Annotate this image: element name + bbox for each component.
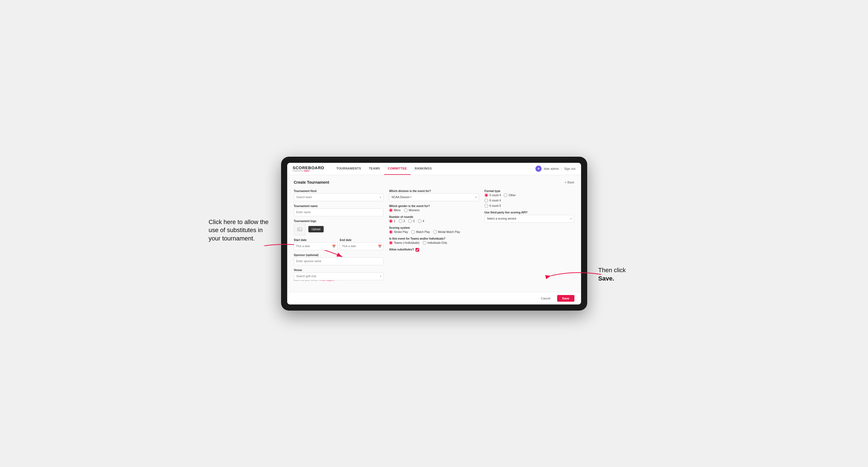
logo-upload-area: Upload	[294, 223, 384, 235]
scoring-system-field: Scoring system Stroke Play Match Play	[389, 226, 479, 234]
gender-field: Which gender is the event for? Mens Wome…	[389, 205, 479, 212]
tournament-host-input[interactable]	[294, 193, 384, 201]
gender-womens[interactable]: Womens	[404, 209, 420, 212]
tournament-logo-label: Tournament logo	[294, 220, 384, 223]
form-col-2: Which division is the event for? NCAA Di…	[389, 189, 479, 281]
nav-rankings[interactable]: RANKINGS	[411, 163, 436, 175]
nav-tournaments[interactable]: TOURNAMENTS	[333, 163, 365, 175]
start-date-icon: 📅	[332, 244, 336, 248]
venue-field: Venue Can't find your venue? email suppo…	[294, 269, 384, 281]
start-date-input[interactable]	[294, 242, 338, 250]
form-body: Tournament Host Tournament name	[294, 189, 575, 281]
format-other[interactable]: Other	[504, 193, 516, 197]
tablet-screen: SCOREBOARD Powered by clippd TOURNAMENTS…	[287, 163, 581, 305]
scoring-system-radio-group: Stroke Play Match Play Medal Match Play	[389, 230, 479, 234]
format-6count5[interactable]: 6 count 5	[485, 204, 501, 208]
format-options: 5 count 4 Other	[485, 193, 575, 208]
event-for-label: Is this event for Teams and/or Individua…	[389, 237, 479, 240]
end-date-input[interactable]	[340, 242, 383, 250]
navbar: SCOREBOARD Powered by clippd TOURNAMENTS…	[287, 163, 581, 175]
format-row-3: 6 count 5	[485, 204, 575, 208]
rounds-1[interactable]: 1	[389, 219, 396, 223]
page-header: Create Tournament < Back	[294, 180, 575, 185]
event-for-radio-group: Teams (+Individuals) Individuals Only	[389, 241, 479, 245]
event-for-field: Is this event for Teams and/or Individua…	[389, 237, 479, 245]
format-row-2: 6 count 4	[485, 199, 575, 202]
user-avatar: B	[535, 165, 541, 172]
bottom-bar: Cancel Save	[287, 292, 581, 305]
rounds-2[interactable]: 2	[399, 219, 405, 223]
tournament-name-field: Tournament name	[294, 205, 384, 216]
tournament-name-label: Tournament name	[294, 205, 384, 208]
tournament-name-input[interactable]	[294, 209, 384, 216]
save-button[interactable]: Save	[557, 295, 575, 302]
gender-label: Which gender is the event for?	[389, 205, 479, 208]
allow-substitutes-row: Allow substitutes?	[389, 248, 479, 252]
logo-area: SCOREBOARD Powered by clippd	[293, 165, 324, 172]
tournament-host-field: Tournament Host	[294, 189, 384, 201]
tournament-logo-field: Tournament logo Upload	[294, 220, 384, 235]
annotation-right: Then click Save.	[598, 266, 648, 282]
nav-teams[interactable]: TEAMS	[365, 163, 384, 175]
rounds-label: Number of rounds	[389, 215, 479, 218]
back-link[interactable]: < Back	[565, 181, 575, 184]
nav-right: B blair admin | Sign out	[535, 165, 575, 172]
rounds-3[interactable]: 3	[408, 219, 415, 223]
logo-powered: Powered by clippd	[293, 170, 324, 172]
scoring-medal-match[interactable]: Medal Match Play	[433, 230, 460, 234]
logo-placeholder	[294, 223, 306, 235]
scoring-match[interactable]: Match Play	[411, 230, 430, 234]
format-6count4[interactable]: 6 count 4	[485, 199, 501, 202]
format-row-1: 5 count 4 Other	[485, 193, 575, 197]
format-type-label: Format type	[485, 189, 575, 193]
form-col-1: Tournament Host Tournament name	[294, 189, 384, 281]
scoring-system-label: Scoring system	[389, 226, 479, 229]
venue-label: Venue	[294, 269, 384, 272]
venue-input[interactable]	[294, 273, 384, 280]
rounds-4[interactable]: 4	[418, 219, 425, 223]
division-label: Which division is the event for?	[389, 189, 479, 193]
division-field: Which division is the event for? NCAA Di…	[389, 189, 479, 201]
scoring-api-label: Use third-party live scoring API?	[485, 211, 575, 214]
event-individuals[interactable]: Individuals Only	[423, 241, 447, 245]
page-content: Create Tournament < Back Tournament Host	[287, 175, 581, 292]
format-type-field: Format type 5 count 4 Other	[485, 189, 575, 208]
format-5count4[interactable]: 5 count 4	[485, 193, 501, 197]
rounds-radio-group: 1 2 3	[389, 219, 479, 223]
svg-rect-2	[298, 228, 302, 231]
event-teams[interactable]: Teams (+Individuals)	[389, 241, 420, 245]
scoring-stroke[interactable]: Stroke Play	[389, 230, 408, 234]
cancel-button[interactable]: Cancel	[537, 295, 554, 302]
allow-substitutes-checkbox[interactable]	[415, 248, 419, 252]
allow-substitutes-label: Allow substitutes?	[389, 248, 414, 251]
scoring-api-select[interactable]: Select a scoring service	[485, 215, 575, 223]
upload-button[interactable]: Upload	[308, 226, 324, 232]
sign-out-link[interactable]: Sign out	[564, 167, 575, 170]
gender-mens[interactable]: Mens	[389, 209, 400, 212]
tablet-frame: SCOREBOARD Powered by clippd TOURNAMENTS…	[281, 157, 587, 311]
rounds-field: Number of rounds 1 2	[389, 215, 479, 223]
annotation-left: Click here to allow the use of substitut…	[209, 218, 273, 243]
scoring-api-field: Use third-party live scoring API? Select…	[485, 211, 575, 223]
page-title: Create Tournament	[294, 180, 329, 185]
user-name: blair admin	[544, 167, 559, 170]
tournament-host-label: Tournament Host	[294, 189, 384, 193]
division-select[interactable]: NCAA Division I	[389, 193, 479, 201]
end-date-icon: 📅	[378, 244, 382, 248]
logo-scoreboard: SCOREBOARD	[293, 165, 324, 170]
allow-substitutes-field: Allow substitutes?	[389, 248, 479, 252]
gender-radio-group: Mens Womens	[389, 209, 479, 212]
nav-links: TOURNAMENTS TEAMS COMMITTEE RANKINGS	[333, 163, 536, 175]
nav-committee[interactable]: COMMITTEE	[384, 163, 411, 175]
